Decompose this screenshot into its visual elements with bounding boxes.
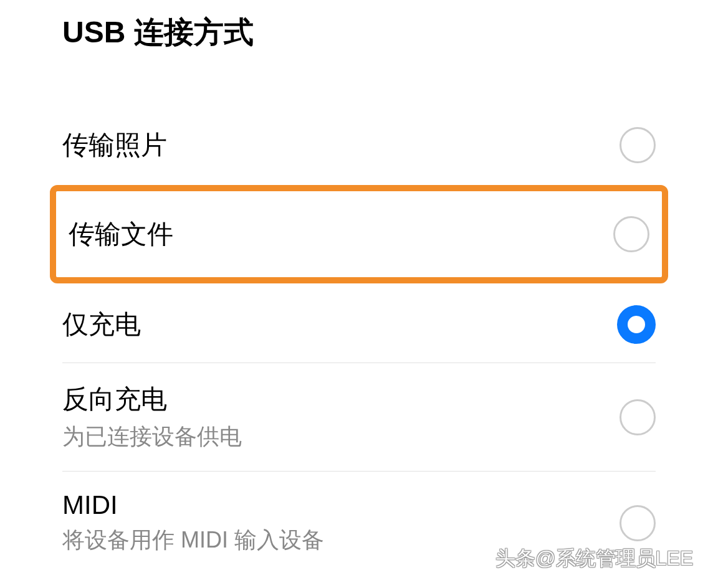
option-sublabel: 为已连接设备供电 — [62, 422, 242, 452]
option-label: 传输文件 — [69, 217, 173, 252]
options-list: 传输照片传输文件仅充电反向充电为已连接设备供电MIDI将设备用作 MIDI 输入… — [50, 108, 668, 574]
watermark-text: 头条@系统管理员LEE — [495, 545, 693, 572]
radio-selected-icon[interactable] — [617, 305, 656, 344]
option-row-3[interactable]: 反向充电为已连接设备供电 — [50, 363, 668, 471]
page-title: USB 连接方式 — [62, 12, 668, 52]
option-row-1[interactable]: 传输文件 — [50, 185, 668, 283]
option-label: MIDI — [62, 490, 324, 520]
option-text: 反向充电为已连接设备供电 — [62, 382, 242, 452]
option-sublabel: 将设备用作 MIDI 输入设备 — [62, 525, 324, 556]
radio-unselected-icon[interactable] — [620, 127, 656, 163]
option-label: 仅充电 — [62, 307, 141, 342]
radio-unselected-icon[interactable] — [620, 505, 656, 541]
option-text: MIDI将设备用作 MIDI 输入设备 — [62, 490, 324, 556]
settings-container: USB 连接方式 传输照片传输文件仅充电反向充电为已连接设备供电MIDI将设备用… — [0, 0, 718, 574]
option-text: 仅充电 — [62, 307, 141, 342]
option-label: 传输照片 — [62, 128, 167, 163]
option-label: 反向充电 — [62, 382, 242, 417]
option-text: 传输照片 — [62, 128, 167, 163]
option-row-0[interactable]: 传输照片 — [50, 108, 668, 182]
radio-unselected-icon[interactable] — [620, 399, 656, 435]
option-row-2[interactable]: 仅充电 — [50, 287, 668, 363]
option-text: 传输文件 — [69, 217, 173, 252]
radio-unselected-icon[interactable] — [613, 216, 649, 252]
